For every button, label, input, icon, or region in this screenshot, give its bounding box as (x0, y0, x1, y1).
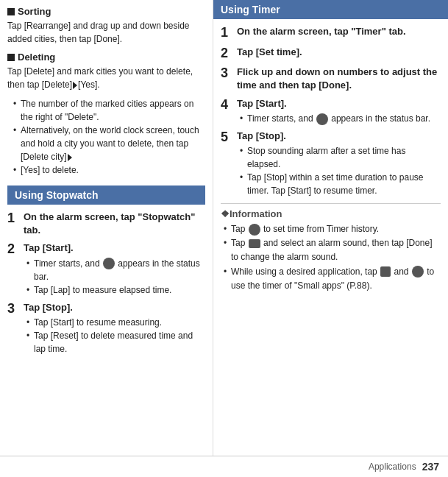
left-column: Sorting Tap [Rearrange] and drag up and … (0, 0, 213, 456)
stopwatch-steps: 1 On the alarm screen, tap "Stopwatch" t… (7, 211, 205, 356)
footer-page: 237 (422, 461, 439, 473)
info-icon-3a (380, 266, 391, 277)
info-bullet-3: While using a desired application, tap a… (224, 265, 441, 293)
deleting-body: Tap [Delete] and mark cities you want to… (7, 65, 205, 91)
footer: Applications 237 (0, 456, 448, 477)
timer-step-5-bullets: Stop sounding alarm after a set time has… (237, 144, 441, 197)
timer-step-2: 2 Tap [Set time]. (221, 46, 441, 62)
timer-s4-b1: Timer starts, and appears in the status … (240, 112, 441, 125)
footer-label: Applications (369, 462, 416, 472)
timer-s5-b2: Tap [Stop] within a set time duration to… (240, 171, 441, 197)
stopwatch-step-1: 1 On the alarm screen, tap "Stopwatch" t… (7, 211, 205, 237)
stopwatch-s3-b1: Tap [Start] to resume measuring. (26, 316, 205, 329)
info-icon-3b (412, 266, 424, 278)
timer-s5-b1: Stop sounding alarm after a set time has… (240, 144, 441, 171)
info-icon-2 (249, 239, 260, 248)
arrow-icon-deletecity (68, 154, 72, 161)
stopwatch-s2-b1: Timer starts, and appears in the status … (26, 257, 205, 283)
stopwatch-step-2: 2 Tap [Start]. Timer starts, and appears… (7, 241, 205, 296)
deleting-bullet-1: The number of the marked cities appears … (13, 97, 205, 124)
sorting-bullet-icon (7, 8, 15, 15)
arrow-icon-delete (73, 82, 77, 89)
timer-step-1: 1 On the alarm screen, tap "Timer" tab. (221, 25, 441, 41)
right-column: Using Timer 1 On the alarm screen, tap "… (213, 0, 448, 456)
info-icon-1 (249, 224, 260, 236)
deleting-bullet-2: Alternatively, on the world clock screen… (13, 124, 205, 163)
info-section: ❖Information Tap to set time from Timer … (221, 203, 441, 293)
info-bullet-1: Tap to set time from Timer history. (224, 222, 441, 236)
deleting-bullet-icon (7, 54, 15, 61)
deleting-title: Deleting (7, 52, 205, 63)
stopwatch-s3-b2: Tap [Reset] to delete measured time and … (26, 329, 205, 356)
timer-steps-container: 1 On the alarm screen, tap "Timer" tab. … (213, 19, 448, 299)
main-content: Sorting Tap [Rearrange] and drag up and … (0, 0, 448, 456)
stopwatch-s2-b2: Tap [Lap] to measure elapsed time. (26, 283, 205, 297)
stopwatch-step-3: 3 Tap [Stop]. Tap [Start] to resume meas… (7, 301, 205, 356)
sorting-body: Tap [Rearrange] and drag up and down bes… (7, 19, 205, 46)
timer-header: Using Timer (213, 0, 448, 19)
timer-step-5: 5 Tap [Stop]. Stop sounding alarm after … (221, 130, 441, 197)
deleting-bullets: The number of the marked cities appears … (7, 97, 205, 177)
timer-step-4: 4 Tap [Start]. Timer starts, and appears… (221, 97, 441, 125)
timer-step-4-bullets: Timer starts, and appears in the status … (237, 112, 441, 125)
timer-status-icon (316, 113, 328, 125)
sorting-title: Sorting (7, 6, 205, 17)
deleting-bullet-3: [Yes] to delete. (13, 163, 205, 177)
stopwatch-step-3-bullets: Tap [Start] to resume measuring. Tap [Re… (24, 316, 205, 356)
timer-icon-s2 (103, 258, 115, 269)
info-bullet-2: Tap and select an alarm sound, then tap … (224, 236, 441, 264)
stopwatch-header: Using Stopwatch (7, 186, 205, 205)
page-container: Sorting Tap [Rearrange] and drag up and … (0, 0, 448, 477)
stopwatch-step-2-bullets: Timer starts, and appears in the status … (24, 257, 205, 297)
timer-step-3: 3 Flick up and down on numbers to adjust… (221, 66, 441, 92)
info-bullets: Tap to set time from Timer history. Tap … (221, 222, 441, 293)
